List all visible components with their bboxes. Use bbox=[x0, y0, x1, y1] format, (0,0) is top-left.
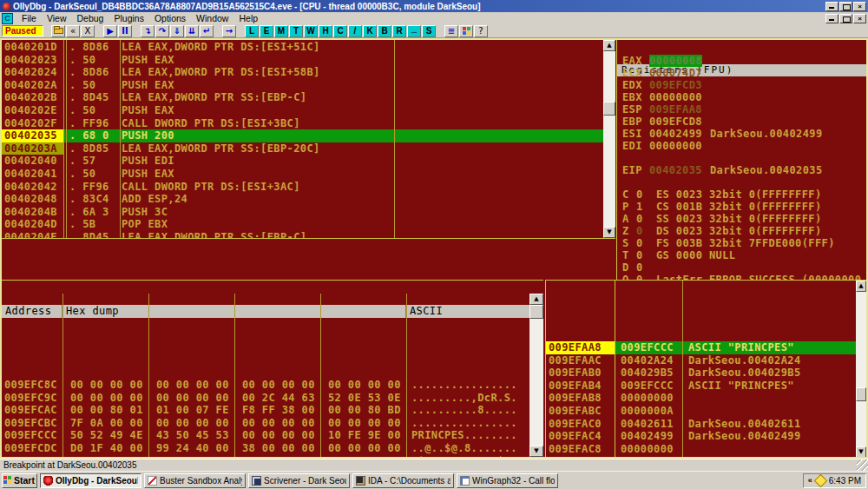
disasm-scrollbar[interactable]: ▲ ▼ bbox=[603, 40, 615, 238]
flag-row[interactable]: Z0DS 0023 32bit 0(FFFFFFFF) bbox=[622, 225, 865, 237]
stack-row[interactable]: 009EFAB4009EFCCCASCII "PRINCPES" bbox=[545, 380, 856, 393]
toolbar-letter-slash[interactable]: / bbox=[348, 25, 362, 37]
disasm-row[interactable]: 00402024. 8D86LEA EAX,DWORD PTR DS:[ESI+… bbox=[2, 66, 603, 79]
flag-row[interactable]: S0FS 003B 32bit 7FFDE000(FFF) bbox=[622, 237, 865, 249]
restore-button[interactable] bbox=[839, 2, 852, 11]
disasm-row[interactable]: 00402023. 50PUSH EAX bbox=[2, 54, 603, 67]
scroll-up-icon[interactable]: ▲ bbox=[856, 281, 866, 292]
breakpoint-list-button[interactable]: ≡ bbox=[444, 25, 458, 37]
stack-row[interactable]: 009EFAAC00402A24DarkSeou.00402A24 bbox=[545, 354, 856, 367]
stack-row[interactable]: 009EFAC400402499DarkSeou.00402499 bbox=[545, 430, 856, 443]
dump-row[interactable]: 009EFCAC00 00 80 0101 00 07 FEF8 FF 38 0… bbox=[2, 404, 529, 417]
registers-pane[interactable]: Registers (FPU) EAX00000008ECX000074D7ED… bbox=[616, 40, 866, 280]
minimize-button[interactable] bbox=[825, 2, 838, 11]
open-file-button[interactable] bbox=[51, 25, 65, 37]
toolbar-letter-H[interactable]: H bbox=[319, 25, 332, 37]
step-over-button[interactable]: ↷ bbox=[155, 25, 169, 37]
stack-row[interactable]: 009EFAA8009EFCCCASCII "PRINCPES" bbox=[545, 341, 856, 354]
animate-over-button[interactable]: ⇊ bbox=[185, 25, 199, 37]
scroll-up-icon[interactable]: ▲ bbox=[603, 40, 615, 51]
flag-row[interactable]: O0LastErr ERROR_SUCCESS (00000000 bbox=[622, 274, 865, 280]
resize-grip[interactable] bbox=[857, 459, 868, 471]
menu-view[interactable]: View bbox=[42, 12, 72, 24]
scroll-up-icon[interactable]: ▲ bbox=[529, 294, 543, 305]
dump-scrollbar[interactable]: ▲ ▼ bbox=[529, 294, 543, 457]
toolbar-letter-S[interactable]: S bbox=[422, 25, 436, 37]
stack-row[interactable]: 009EFAC000402611DarkSeou.00402611 bbox=[545, 418, 856, 431]
toolbar-letter-B[interactable]: B bbox=[378, 25, 391, 37]
toolbar-letter-E[interactable]: E bbox=[260, 25, 273, 37]
toolbar-letter-L[interactable]: L bbox=[245, 25, 259, 37]
scroll-thumb[interactable] bbox=[603, 102, 615, 116]
close-program-button[interactable]: X bbox=[81, 25, 95, 37]
start-button[interactable]: Start bbox=[2, 473, 37, 488]
register-row[interactable]: ESP009EFAA8 bbox=[622, 103, 865, 116]
register-row[interactable] bbox=[622, 152, 865, 164]
menu-window[interactable]: Window bbox=[191, 12, 233, 24]
disasm-row[interactable]: 0040201D. 8D86LEA EAX,DWORD PTR DS:[ESI+… bbox=[2, 41, 603, 54]
disasm-row[interactable]: 0040202B. 8D45LEA EAX,DWORD PTR SS:[EBP-… bbox=[2, 91, 603, 104]
disasm-row[interactable]: 0040204B. 6A 3PUSH 3C bbox=[2, 206, 603, 219]
register-row[interactable]: EIP00402035DarkSeou.00402035 bbox=[622, 164, 865, 176]
dump-pane[interactable]: Address Hex dump ASCII 009EFC8C00 00 00 … bbox=[2, 280, 543, 457]
disasm-row[interactable]: 00402042. FF96CALL DWORD PTR DS:[ESI+3AC… bbox=[2, 181, 603, 194]
taskbar-button[interactable]: Buster Sandbox Analyzer bbox=[144, 473, 246, 488]
tray-chevron-icon[interactable]: « bbox=[808, 476, 812, 485]
cpu-window-icon[interactable]: C bbox=[2, 13, 13, 24]
disasm-row[interactable]: 0040203A. 8D85LEA EAX,DWORD PTR SS:[EBP-… bbox=[2, 142, 603, 155]
appearance-button[interactable] bbox=[459, 25, 473, 37]
menu-options[interactable]: Options bbox=[149, 12, 191, 24]
scroll-thumb[interactable] bbox=[856, 387, 866, 401]
disasm-row[interactable]: 00402040. 57PUSH EDI bbox=[2, 155, 603, 168]
menu-help[interactable]: Help bbox=[233, 12, 263, 24]
register-row[interactable]: EBX00000000 bbox=[622, 91, 865, 103]
stack-row[interactable]: 009EFAB0004029B5DarkSeou.004029B5 bbox=[545, 367, 856, 380]
mdi-close-button[interactable]: × bbox=[853, 14, 866, 23]
menu-plugins[interactable]: Plugins bbox=[108, 12, 148, 24]
stack-row[interactable]: 009EFABC0000000A bbox=[545, 405, 856, 418]
close-button[interactable]: × bbox=[853, 2, 866, 11]
disasm-row[interactable]: 0040202A. 50PUSH EAX bbox=[2, 79, 603, 92]
dump-row[interactable]: 009EFCBC7F 0A 00 0000 00 00 0000 00 00 0… bbox=[2, 417, 529, 430]
taskbar-button[interactable]: IDA - C:\Documents and ... bbox=[352, 473, 454, 488]
stack-scrollbar[interactable]: ▲ ▼ bbox=[856, 281, 866, 457]
taskbar-button[interactable]: OllyDbg - DarkSeoul_... bbox=[40, 473, 141, 488]
disasm-row[interactable]: 0040204D. 5BPOP EBX bbox=[2, 218, 603, 231]
register-row[interactable]: EDX009EFCD3 bbox=[622, 79, 865, 91]
disasm-row[interactable]: 0040202F. FF96CALL DWORD PTR DS:[ESI+3BC… bbox=[2, 117, 603, 130]
scroll-down-icon[interactable]: ▼ bbox=[529, 446, 543, 457]
run-button[interactable]: ▶ bbox=[103, 25, 117, 37]
dump-row[interactable]: 009EFCCC50 52 49 4E43 50 45 5300 00 00 0… bbox=[2, 429, 529, 442]
disasm-row[interactable]: 00402035. 68 0PUSH 200 bbox=[2, 129, 603, 142]
toolbar-letter-K[interactable]: K bbox=[363, 25, 377, 37]
rewind-button[interactable]: « bbox=[66, 25, 80, 37]
toolbar-letter-C[interactable]: C bbox=[333, 25, 347, 37]
dump-row[interactable]: 009EFCEC99 24 40 0010 2A 40 00F0 1D 40 0… bbox=[2, 455, 529, 457]
menu-debug[interactable]: Debug bbox=[72, 12, 109, 24]
register-row[interactable]: EBP009EFCD8 bbox=[622, 116, 865, 128]
toolbar-letter-R[interactable]: R bbox=[392, 25, 406, 37]
toolbar-letter-M[interactable]: M bbox=[274, 25, 288, 37]
scroll-thumb[interactable] bbox=[529, 305, 543, 319]
flag-row[interactable]: T0GS 0000 NULL bbox=[622, 249, 865, 261]
disasm-row[interactable]: 00402048. 83C4ADD ESP,24 bbox=[2, 193, 603, 206]
help-button[interactable]: ? bbox=[474, 25, 488, 37]
disasm-row[interactable]: 0040202E. 50PUSH EAX bbox=[2, 104, 603, 117]
menu-file[interactable]: File bbox=[16, 12, 42, 24]
toolbar-letter-dots[interactable]: ... bbox=[407, 25, 421, 37]
disasm-row[interactable]: 00402041. 50PUSH EAX bbox=[2, 168, 603, 181]
toolbar-letter-W[interactable]: W bbox=[304, 25, 318, 37]
animate-into-button[interactable]: ⇓ bbox=[170, 25, 184, 37]
register-row[interactable]: EAX00000008 bbox=[622, 55, 865, 67]
flag-row[interactable]: A0SS 0023 32bit 0(FFFFFFFF) bbox=[622, 213, 865, 225]
flag-row[interactable]: P1CS 001B 32bit 0(FFFFFFFF) bbox=[622, 201, 865, 213]
step-into-button[interactable]: ↴ bbox=[141, 25, 155, 37]
flag-row[interactable]: C0ES 0023 32bit 0(FFFFFFFF) bbox=[622, 188, 865, 201]
taskbar-button[interactable]: Scrivener - Dark Seoul A... bbox=[248, 473, 350, 488]
flag-row[interactable]: D0 bbox=[622, 261, 865, 274]
disasm-row[interactable]: 0040204E. 8D45LEA EAX,DWORD PTR SS:[EBP-… bbox=[2, 231, 603, 238]
register-row[interactable]: ECX000074D7 bbox=[622, 67, 865, 79]
execute-till-return-button[interactable]: ↵ bbox=[200, 25, 214, 37]
go-to-button[interactable]: → bbox=[222, 25, 236, 37]
dump-row[interactable]: 009EFC9C00 00 00 0000 00 00 0000 2C 44 6… bbox=[2, 392, 529, 405]
